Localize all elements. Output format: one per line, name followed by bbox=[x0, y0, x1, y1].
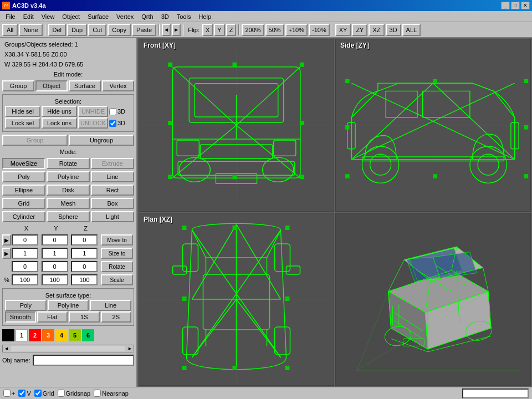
color-1[interactable]: 1 bbox=[16, 329, 28, 341]
zoom-200[interactable]: 200% bbox=[242, 24, 264, 36]
viewport-front[interactable]: Front [XY] bbox=[139, 39, 334, 212]
grid-checkbox[interactable] bbox=[34, 390, 42, 397]
all-button[interactable]: All bbox=[2, 24, 18, 36]
scroll-bar[interactable]: ◄ ► bbox=[2, 345, 134, 352]
z-size-input[interactable] bbox=[71, 248, 98, 259]
paste-button[interactable]: Paste bbox=[132, 24, 156, 36]
zoom-plus10[interactable]: +10% bbox=[285, 24, 308, 36]
lock-sel-btn[interactable]: Lock sel bbox=[5, 117, 40, 129]
y-move-input[interactable] bbox=[42, 234, 68, 245]
flat-btn[interactable]: Flat bbox=[37, 311, 68, 323]
menu-file[interactable]: File bbox=[2, 12, 19, 21]
viewport-plan[interactable]: Plan [XZ] bbox=[139, 213, 334, 386]
box-btn[interactable]: Box bbox=[91, 198, 134, 209]
hide-3d-checkbox[interactable] bbox=[109, 108, 116, 115]
edit-surface-btn[interactable]: Surface bbox=[69, 80, 101, 91]
view-zy[interactable]: ZY bbox=[352, 24, 367, 36]
view-xz[interactable]: XZ bbox=[369, 24, 384, 36]
light-btn[interactable]: Light bbox=[91, 211, 134, 222]
color-5[interactable]: 5 bbox=[69, 329, 81, 341]
z-rotate-input[interactable] bbox=[71, 261, 98, 272]
color-black[interactable] bbox=[2, 329, 14, 341]
mesh-btn[interactable]: Mesh bbox=[47, 198, 90, 209]
rotate-btn2[interactable]: Rotate bbox=[101, 261, 133, 272]
x-size-input[interactable] bbox=[12, 248, 38, 259]
copy-button[interactable]: Copy bbox=[108, 24, 131, 36]
scale-btn[interactable]: Scale bbox=[101, 274, 133, 285]
maximize-button[interactable]: □ bbox=[511, 2, 520, 9]
dup-button[interactable]: Dup bbox=[67, 24, 87, 36]
x-rotate-input[interactable] bbox=[12, 261, 38, 272]
rect-btn[interactable]: Rect bbox=[91, 185, 134, 196]
menu-qrth[interactable]: Qrth bbox=[138, 12, 156, 21]
menu-view[interactable]: View bbox=[38, 12, 58, 21]
next-arrow[interactable]: ► bbox=[172, 24, 181, 36]
movesize-btn[interactable]: MoveSize bbox=[2, 158, 45, 169]
del-button[interactable]: Del bbox=[48, 24, 66, 36]
z-move-input[interactable] bbox=[71, 234, 98, 245]
sphere-btn[interactable]: Sphere bbox=[47, 211, 90, 222]
viewport-3d[interactable] bbox=[335, 213, 531, 386]
ungroup-btn[interactable]: Ungroup bbox=[69, 135, 134, 146]
x-scale-input[interactable] bbox=[12, 274, 38, 285]
y-size-input[interactable] bbox=[42, 248, 68, 259]
1s-btn[interactable]: 1S bbox=[69, 311, 100, 323]
menu-vertex[interactable]: Vertex bbox=[113, 12, 137, 21]
rotate-btn[interactable]: Rotate bbox=[47, 158, 90, 169]
flip-y[interactable]: Y bbox=[214, 24, 224, 36]
prev-arrow[interactable]: ◄ bbox=[162, 24, 171, 36]
z-scale-input[interactable] bbox=[71, 274, 98, 285]
color-2[interactable]: 2 bbox=[29, 329, 41, 341]
unlock-btn[interactable]: UNLOCK bbox=[78, 117, 108, 129]
surf-poly-btn[interactable]: Poly bbox=[5, 300, 47, 311]
menu-edit[interactable]: Edit bbox=[20, 12, 37, 21]
poly-btn[interactable]: Poly bbox=[2, 171, 45, 182]
y-scale-input[interactable] bbox=[42, 274, 68, 285]
status-input[interactable] bbox=[462, 388, 529, 398]
menu-object[interactable]: Object bbox=[59, 12, 83, 21]
color-3[interactable]: 3 bbox=[42, 329, 54, 341]
group-btn[interactable]: Group bbox=[2, 135, 68, 146]
scroll-right[interactable]: ► bbox=[126, 346, 134, 351]
grid-btn[interactable]: Grid bbox=[2, 198, 45, 209]
color-6[interactable]: 6 bbox=[82, 329, 94, 341]
minimize-button[interactable]: _ bbox=[501, 2, 510, 9]
edit-object-btn[interactable]: Object bbox=[35, 80, 68, 91]
view-3d[interactable]: 3D bbox=[386, 24, 401, 36]
menu-surface[interactable]: Surface bbox=[84, 12, 112, 21]
move-arrow[interactable]: ▶ bbox=[2, 234, 11, 245]
lock-uns-btn[interactable]: Lock uns bbox=[42, 117, 77, 129]
nearsnap-checkbox[interactable] bbox=[94, 390, 101, 397]
flip-z[interactable]: Z bbox=[226, 24, 237, 36]
none-button[interactable]: None bbox=[19, 24, 42, 36]
view-xy[interactable]: XY bbox=[335, 24, 351, 36]
move-to-btn[interactable]: Move to bbox=[101, 234, 133, 245]
line-btn[interactable]: Line bbox=[91, 171, 134, 182]
size-arrow[interactable]: ▶ bbox=[2, 248, 11, 259]
2s-btn[interactable]: 2S bbox=[101, 311, 132, 323]
unhide-btn[interactable]: UNHIDE bbox=[78, 106, 108, 117]
color-4[interactable]: 4 bbox=[55, 329, 68, 341]
v-checkbox[interactable] bbox=[18, 390, 25, 397]
smooth-btn[interactable]: Smooth bbox=[5, 311, 36, 323]
viewport-side[interactable]: Side [ZY] bbox=[335, 39, 531, 212]
cut-button[interactable]: Cut bbox=[88, 24, 106, 36]
cylinder-btn[interactable]: Cylinder bbox=[2, 211, 45, 222]
plus-checkbox[interactable] bbox=[3, 390, 11, 397]
gridsnap-checkbox[interactable] bbox=[58, 390, 65, 397]
close-button[interactable]: ✕ bbox=[521, 2, 530, 9]
menu-help[interactable]: Help bbox=[195, 12, 214, 21]
disk-btn[interactable]: Disk bbox=[47, 185, 90, 196]
ellipse-btn[interactable]: Ellipse bbox=[2, 185, 45, 196]
hide-sel-btn[interactable]: Hide sel bbox=[5, 106, 40, 117]
edit-group-btn[interactable]: Group bbox=[2, 80, 34, 91]
x-move-input[interactable] bbox=[12, 234, 38, 245]
menu-3d[interactable]: 3D bbox=[158, 12, 172, 21]
size-to-btn[interactable]: Size to bbox=[101, 248, 133, 259]
scroll-left[interactable]: ◄ bbox=[3, 346, 10, 351]
flip-x[interactable]: X bbox=[202, 24, 213, 36]
zoom-50[interactable]: 50% bbox=[265, 24, 284, 36]
hide-uns-btn[interactable]: Hide uns bbox=[42, 106, 77, 117]
view-all[interactable]: ALL bbox=[402, 24, 421, 36]
extrude-btn[interactable]: Extrude bbox=[91, 158, 134, 169]
